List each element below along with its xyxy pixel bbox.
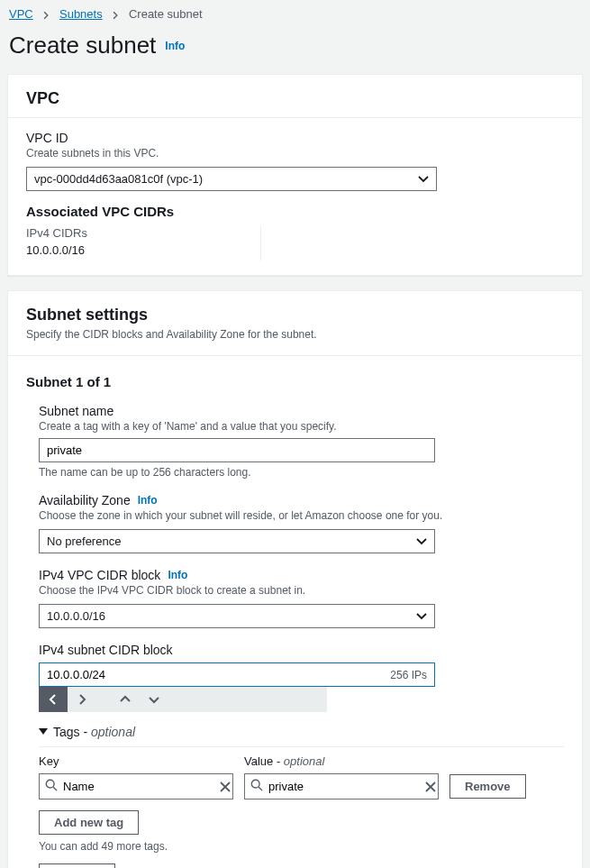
page-title: Create subnet bbox=[9, 32, 156, 59]
search-icon bbox=[250, 779, 263, 794]
tag-value-header: Value - optional bbox=[244, 754, 439, 768]
tags-toggle[interactable]: Tags - optional bbox=[39, 725, 564, 739]
chevron-right-icon bbox=[41, 11, 50, 20]
tag-value-input-wrap bbox=[244, 773, 439, 799]
ipv4-subnet-block-label: IPv4 subnet CIDR block bbox=[39, 643, 564, 657]
tags-optional: optional bbox=[91, 725, 135, 739]
ipv4-cidrs-header: IPv4 CIDRs bbox=[26, 226, 564, 240]
vpc-panel-title: VPC bbox=[26, 89, 564, 108]
cidr-next-button[interactable] bbox=[68, 687, 96, 712]
cidr-up-button[interactable] bbox=[111, 687, 140, 712]
az-label: Availability Zone bbox=[39, 493, 131, 507]
tag-value-input[interactable] bbox=[268, 780, 420, 793]
search-icon bbox=[45, 779, 58, 794]
tag-key-input[interactable] bbox=[63, 780, 214, 793]
subnet-name-input[interactable] bbox=[39, 438, 435, 462]
tags-toggle-label: Tags - bbox=[53, 725, 91, 739]
subnet-panel-title: Subnet settings bbox=[26, 306, 564, 324]
vpc-id-desc: Create subnets in this VPC. bbox=[26, 147, 564, 160]
clear-icon[interactable] bbox=[425, 781, 436, 792]
caret-down-icon bbox=[416, 613, 427, 620]
breadcrumb-vpc[interactable]: VPC bbox=[9, 7, 33, 21]
cidr-controls bbox=[39, 687, 327, 712]
caret-down-icon bbox=[416, 538, 427, 545]
breadcrumb-current: Create subnet bbox=[129, 7, 203, 21]
vpc-select[interactable]: vpc-000dd4d63aa081c0f (vpc-1) bbox=[26, 167, 437, 191]
vpc-panel: VPC VPC ID Create subnets in this VPC. v… bbox=[7, 74, 583, 276]
az-select[interactable]: No preference bbox=[39, 529, 435, 553]
clear-icon[interactable] bbox=[220, 781, 231, 792]
subnet-panel-subtitle: Specify the CIDR blocks and Availability… bbox=[26, 328, 564, 341]
svg-point-1 bbox=[251, 780, 259, 788]
ipv4-vpc-block-desc: Choose the IPv4 VPC CIDR block to create… bbox=[39, 584, 564, 597]
subnet-settings-panel: Subnet settings Specify the CIDR blocks … bbox=[7, 290, 583, 868]
ipv4-cidr-value: 10.0.0.0/16 bbox=[26, 243, 564, 257]
ipv4-subnet-block-input-wrap: 256 IPs bbox=[39, 662, 435, 687]
page-header: Create subnet Info bbox=[0, 24, 590, 74]
ipv4-vpc-block-select[interactable]: 10.0.0.0/16 bbox=[39, 604, 435, 628]
svg-point-0 bbox=[46, 780, 54, 788]
ipv4-vpc-block-info-link[interactable]: Info bbox=[168, 569, 187, 581]
subnet-counter: Subnet 1 of 1 bbox=[26, 374, 564, 389]
az-info-link[interactable]: Info bbox=[138, 494, 158, 507]
remove-subnet-button[interactable]: Remove bbox=[39, 863, 115, 868]
subnet-name-label: Subnet name bbox=[39, 404, 564, 418]
breadcrumb: VPC Subnets Create subnet bbox=[0, 0, 590, 24]
ipv4-subnet-block-input[interactable] bbox=[47, 668, 390, 681]
az-select-value: No preference bbox=[47, 535, 121, 548]
subnet-name-desc: Create a tag with a key of 'Name' and a … bbox=[39, 420, 564, 433]
caret-down-icon bbox=[418, 176, 429, 183]
az-desc: Choose the zone in which your subnet wil… bbox=[39, 509, 564, 522]
cidr-down-button[interactable] bbox=[140, 687, 168, 712]
vpc-id-label: VPC ID bbox=[26, 131, 564, 145]
tag-limit-text: You can add 49 more tags. bbox=[39, 840, 564, 853]
remove-tag-button[interactable]: Remove bbox=[449, 774, 526, 799]
ipv4-vpc-block-label: IPv4 VPC CIDR block bbox=[39, 568, 160, 582]
assoc-cidrs-title: Associated VPC CIDRs bbox=[26, 204, 564, 219]
tag-key-header: Key bbox=[39, 754, 233, 768]
tag-key-input-wrap bbox=[39, 773, 233, 799]
info-link[interactable]: Info bbox=[165, 40, 185, 52]
breadcrumb-subnets[interactable]: Subnets bbox=[59, 7, 103, 21]
chevron-right-icon bbox=[111, 11, 120, 20]
vpc-select-value: vpc-000dd4d63aa081c0f (vpc-1) bbox=[34, 172, 203, 186]
subnet-name-help: The name can be up to 256 characters lon… bbox=[39, 466, 564, 479]
cidr-prev-button[interactable] bbox=[39, 687, 68, 712]
add-tag-button[interactable]: Add new tag bbox=[39, 810, 139, 835]
caret-down-icon bbox=[39, 728, 48, 736]
ipv4-subnet-ip-count: 256 IPs bbox=[390, 669, 427, 681]
ipv4-vpc-block-value: 10.0.0.0/16 bbox=[47, 609, 105, 623]
